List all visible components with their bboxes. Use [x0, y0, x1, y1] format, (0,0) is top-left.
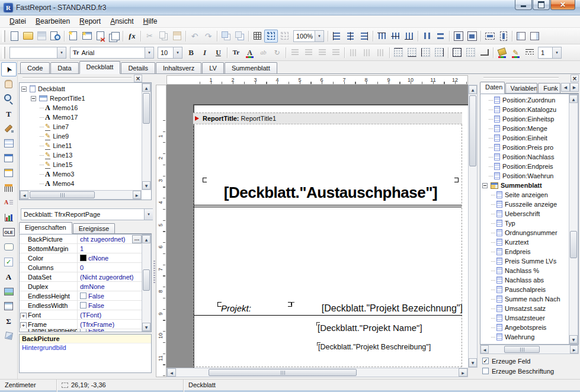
tree-hscrollbar[interactable]: ◀ ▶ [20, 190, 142, 200]
property-value[interactable]: (TfrxFrame) [77, 320, 142, 329]
fit-to-grid-icon[interactable] [278, 30, 291, 43]
data-field-row[interactable]: Position:Nachlass [480, 152, 569, 162]
data-field-row[interactable]: Nachlass abs [480, 275, 569, 285]
chart-object-icon[interactable] [1, 210, 17, 224]
property-row[interactable]: BottomMargin 1 [20, 244, 142, 253]
data-field-row[interactable]: Pauschalpreis [480, 285, 569, 294]
bold-button[interactable]: B [184, 46, 198, 59]
center-vertically-icon[interactable] [465, 30, 479, 43]
page-tab[interactable]: Inhaltsverz [156, 62, 201, 73]
scroll-thumb[interactable] [209, 369, 357, 376]
option-row[interactable]: ✓ Erzeuge Feld [480, 356, 579, 366]
collapse-icon[interactable] [21, 86, 27, 92]
data-field-row[interactable]: Position:Menge [480, 124, 569, 133]
close-panel-icon[interactable]: × [134, 75, 142, 82]
tree-node-object[interactable]: Line11 [20, 141, 142, 150]
font-settings-icon[interactable]: Tr [229, 46, 243, 59]
page-settings-icon[interactable] [107, 30, 121, 43]
tree-node-object[interactable]: Memo16 [20, 103, 142, 113]
frame-shape-icon[interactable] [478, 46, 491, 59]
memo-austauschphase[interactable]: [Deckblatt."Austauschphase"] [203, 178, 458, 207]
property-row[interactable]: BackPicture cht zugeordnet)… [20, 234, 142, 244]
line-color-icon[interactable]: ✎ [509, 46, 523, 59]
tree-node-reporttitle[interactable]: ReportTitle1 [20, 94, 142, 103]
data-panel-tab[interactable]: Daten [480, 82, 505, 94]
new-report-icon[interactable] [8, 30, 21, 43]
page-tab[interactable]: LV [202, 62, 224, 73]
insert-band-icon[interactable] [1, 136, 17, 150]
tab-scroll-right-icon[interactable]: ▶ [570, 83, 579, 92]
memo-projekt-label[interactable]: Projekt: [218, 303, 291, 314]
data-field-row[interactable]: Endpreis [480, 247, 569, 256]
menu-item[interactable]: Report [75, 16, 105, 27]
data-field-row[interactable]: Position:Waehrun [480, 171, 569, 181]
scroll-down-icon[interactable]: ▼ [142, 181, 150, 189]
data-field-row[interactable]: Umsatzsteuer [480, 313, 569, 323]
scroll-right-icon[interactable]: ▶ [133, 191, 141, 199]
open-report-icon[interactable] [21, 30, 35, 43]
align-tops-icon[interactable] [375, 30, 389, 43]
report-tree-toggle-icon[interactable] [514, 30, 528, 43]
tab-scroll-left-icon[interactable]: ◀ [561, 83, 570, 92]
tree-vscrollbar[interactable]: ▲ ▼ [142, 83, 151, 190]
highlight-icon[interactable]: ab [257, 46, 270, 59]
sum-object-icon[interactable]: Σ [1, 314, 17, 328]
tree-node-object[interactable]: Line15 [20, 160, 142, 169]
align-lefts-icon[interactable] [330, 30, 344, 43]
title-bar[interactable]: R FastReport - STANDARD.fr3 ✕ [0, 0, 580, 15]
menu-item[interactable]: Bearbeiten [31, 16, 75, 27]
align-middles-icon[interactable] [389, 30, 402, 43]
data-field-row[interactable]: Fusszeile anzeige [480, 200, 569, 209]
text-object-icon[interactable]: A [1, 269, 17, 284]
data-field-row[interactable]: Ordnungsnummer [480, 228, 569, 237]
align-text-bottom-icon[interactable] [374, 46, 387, 59]
align-text-justify-icon[interactable] [329, 46, 342, 59]
data-panel-tab[interactable]: Funk [538, 83, 560, 93]
property-value[interactable]: (Nicht zugeordnet) [77, 272, 142, 281]
zoom-select[interactable]: 100% ▼ [293, 30, 324, 42]
barcode-object-icon[interactable] [1, 181, 17, 195]
dropdown-arrow-icon[interactable]: ▼ [173, 47, 182, 58]
close-button[interactable]: ✕ [550, 0, 575, 10]
new-dialog-page-icon[interactable] [80, 30, 94, 43]
align-text-center-icon[interactable] [302, 46, 315, 59]
scroll-down-icon[interactable]: ▼ [569, 335, 578, 343]
same-width-icon[interactable] [483, 30, 496, 43]
panel-grip[interactable] [483, 77, 559, 79]
copy-icon[interactable] [156, 30, 170, 43]
property-row[interactable]: DataSet (Nicht zugeordnet) [20, 272, 142, 282]
scroll-left-icon[interactable]: ◀ [167, 368, 176, 377]
line-width-select[interactable]: 1 ▼ [538, 47, 562, 59]
scroll-up-icon[interactable]: ▲ [569, 95, 578, 103]
insert-dialog-control-icon[interactable] [1, 151, 17, 165]
menu-item[interactable]: Hilfe [139, 16, 162, 27]
show-grid-icon[interactable] [251, 30, 264, 43]
page-tab[interactable]: Details [121, 62, 155, 73]
property-value[interactable]: False [77, 301, 142, 310]
property-row[interactable]: LargeDesignHeight False [20, 329, 142, 332]
tree-node-object[interactable]: Memo3 [20, 169, 142, 179]
scroll-up-icon[interactable]: ▲ [469, 85, 477, 94]
page-tab[interactable]: Deckblatt [79, 61, 121, 74]
data-field-row[interactable]: Angebotspreis [480, 323, 569, 332]
tree-node-object[interactable]: Line13 [20, 150, 142, 160]
data-field-row[interactable]: Preis Summe LVs [480, 256, 569, 266]
underline-button[interactable]: U [212, 46, 225, 59]
richtext-object-icon[interactable]: A [1, 195, 17, 210]
page-tab[interactable]: Summenblatt [225, 62, 277, 73]
data-field-row[interactable]: Ueberschrift [480, 209, 569, 219]
panel-grip[interactable] [23, 77, 132, 79]
line-object[interactable] [194, 205, 462, 205]
toolbar-grip[interactable] [2, 30, 5, 42]
data-field-row[interactable]: Position:Endpreis [480, 162, 569, 171]
center-horizontally-icon[interactable] [451, 30, 465, 43]
ellipsis-button[interactable]: … [132, 235, 142, 243]
line-object[interactable] [194, 207, 462, 207]
data-field-row[interactable]: Position:Einheit [480, 133, 569, 143]
align-text-middle-icon[interactable] [360, 46, 374, 59]
property-row[interactable]: Duplex dmNone [20, 282, 142, 291]
scroll-thumb[interactable] [143, 269, 150, 291]
data-field-row[interactable]: Nachlass % [480, 266, 569, 275]
save-report-icon[interactable] [35, 30, 49, 43]
select-tool-icon[interactable] [1, 62, 17, 76]
